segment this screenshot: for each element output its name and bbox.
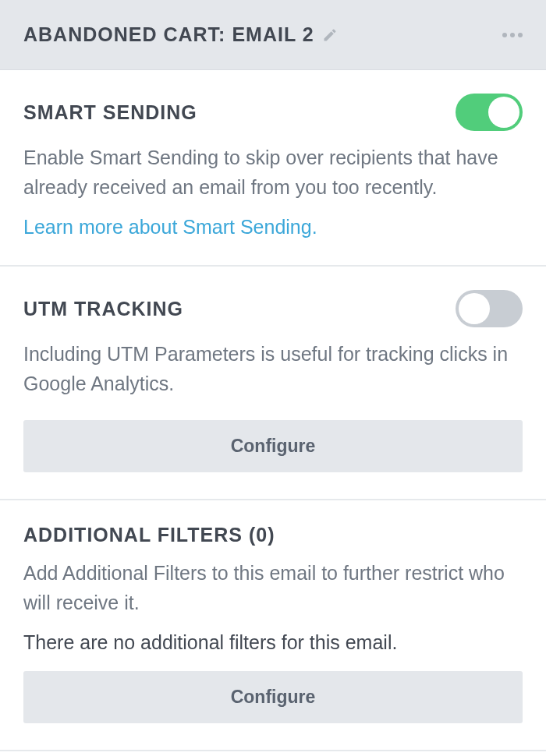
toggle-knob: [459, 293, 490, 324]
smart-sending-learn-more-link[interactable]: Learn more about Smart Sending.: [23, 216, 317, 238]
section-header: UTM TRACKING: [23, 290, 523, 327]
filters-status-text: There are no additional filters for this…: [23, 631, 523, 654]
smart-sending-toggle[interactable]: [456, 94, 523, 131]
section-description: Including UTM Parameters is useful for t…: [23, 340, 523, 398]
section-description: Enable Smart Sending to skip over recipi…: [23, 143, 523, 202]
panel-header: ABANDONED CART: EMAIL 2: [0, 0, 546, 70]
section-utm-tracking: UTM TRACKING Including UTM Parameters is…: [0, 267, 546, 500]
utm-configure-button[interactable]: Configure: [23, 420, 523, 472]
more-icon[interactable]: [502, 33, 523, 37]
section-description: Add Additional Filters to this email to …: [23, 559, 523, 617]
section-header: SMART SENDING: [23, 94, 523, 131]
header-title-wrap: ABANDONED CART: EMAIL 2: [23, 23, 338, 46]
edit-icon[interactable]: [322, 27, 338, 43]
section-title: ADDITIONAL FILTERS (0): [23, 524, 275, 546]
section-additional-filters: ADDITIONAL FILTERS (0) Add Additional Fi…: [0, 500, 546, 751]
utm-tracking-toggle[interactable]: [456, 290, 523, 327]
page-title: ABANDONED CART: EMAIL 2: [23, 23, 314, 46]
section-smart-sending: SMART SENDING Enable Smart Sending to sk…: [0, 70, 546, 267]
toggle-knob: [488, 97, 519, 128]
section-title: SMART SENDING: [23, 101, 197, 124]
section-title: UTM TRACKING: [23, 298, 183, 320]
filters-configure-button[interactable]: Configure: [23, 671, 523, 723]
section-header: ADDITIONAL FILTERS (0): [23, 524, 523, 546]
